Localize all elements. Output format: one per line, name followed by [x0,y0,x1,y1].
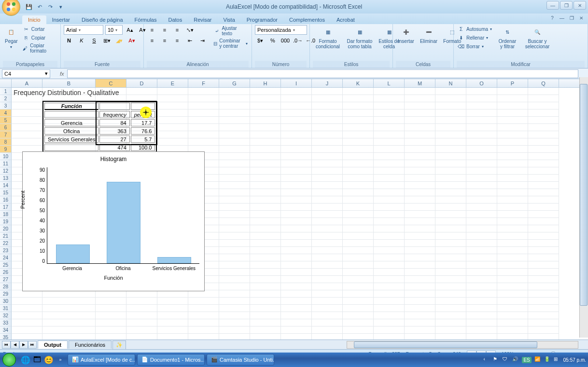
cell[interactable] [528,109,559,117]
cell[interactable] [343,290,374,298]
cell[interactable] [250,204,281,211]
cell[interactable] [343,283,374,290]
cell[interactable] [466,189,497,196]
cell[interactable] [497,305,528,312]
underline-button[interactable]: S [89,36,99,45]
cell[interactable] [435,225,466,232]
cell[interactable] [435,319,466,326]
cell[interactable] [405,247,435,254]
cell[interactable] [466,88,497,95]
row-header[interactable]: 10 [0,153,12,160]
cell[interactable] [497,95,528,102]
cell[interactable] [250,102,281,109]
start-button[interactable] [0,353,18,367]
cell[interactable] [435,102,466,109]
cell[interactable] [281,232,312,240]
cell[interactable] [374,182,405,189]
cell[interactable] [497,175,528,182]
cell[interactable] [219,232,250,240]
cell[interactable] [157,138,188,146]
cell[interactable] [497,117,528,124]
cell[interactable] [466,204,497,211]
row-header[interactable]: 12 [0,167,12,175]
cell[interactable] [250,283,281,290]
cell[interactable] [374,204,405,211]
tray-icon[interactable]: 📶 [534,356,541,363]
cell[interactable] [281,269,312,276]
cell[interactable] [435,153,466,160]
cell[interactable] [435,254,466,261]
cell[interactable] [528,290,559,298]
cell[interactable] [497,312,528,319]
cell[interactable] [528,305,559,312]
cell[interactable] [435,160,466,167]
cell[interactable] [435,167,466,175]
cell[interactable] [312,305,343,312]
scrollbar-thumb[interactable] [354,341,537,348]
cell[interactable] [374,218,405,225]
cell[interactable] [435,276,466,283]
quicklaunch-player-icon[interactable]: 😊 [43,354,54,366]
cell[interactable] [188,95,219,102]
cell[interactable] [528,254,559,261]
cell[interactable] [435,146,466,153]
cell[interactable] [281,334,312,340]
cell[interactable] [405,109,435,117]
cell[interactable] [281,146,312,153]
cell[interactable] [497,254,528,261]
cell[interactable] [343,254,374,261]
cell[interactable] [219,182,250,189]
cell[interactable] [528,102,559,109]
new-sheet-button[interactable]: ✨ [112,340,126,349]
tab-complementos[interactable]: Complementos [283,15,331,24]
cell[interactable] [281,204,312,211]
indent-decrease-button[interactable]: ⇤ [184,36,195,45]
cell[interactable] [435,211,466,218]
cell[interactable] [219,290,250,298]
cell[interactable] [157,95,188,102]
cell[interactable] [528,269,559,276]
cell[interactable] [96,305,126,312]
cell[interactable] [466,326,497,334]
cell[interactable] [374,225,405,232]
cell[interactable] [466,146,497,153]
cell[interactable] [12,312,42,319]
histogram-chart[interactable]: Histogram Percent 0102030405060708090 Ge… [22,151,205,291]
cell[interactable] [312,204,343,211]
cell[interactable] [42,312,96,319]
tray-icon[interactable]: ⚑ [493,356,500,363]
cell[interactable] [435,305,466,312]
cell[interactable] [219,283,250,290]
cell[interactable] [281,247,312,254]
cell[interactable] [374,283,405,290]
tray-icon[interactable]: 🔋 [544,356,551,363]
cell[interactable] [374,254,405,261]
sort-filter-button[interactable]: ⇅Ordenar y filtrar [495,25,520,50]
copy-button[interactable]: ⎘Copiar [22,34,57,41]
cell[interactable] [157,319,188,326]
taskbar-item[interactable]: 📄Documento1 - Micros... [137,354,205,366]
merge-center-button[interactable]: ⊟Combinar y centrar▾ [212,38,249,49]
format-painter-button[interactable]: 🖌Copiar formato [22,42,57,54]
cell[interactable] [497,160,528,167]
cell[interactable] [312,102,343,109]
cell[interactable] [374,319,405,326]
increase-decimal-button[interactable]: .0→ [293,36,303,45]
cell[interactable] [312,160,343,167]
cell[interactable] [405,102,435,109]
col-header[interactable]: O [466,79,497,87]
cell[interactable] [343,131,374,138]
cell[interactable] [497,240,528,247]
row-header[interactable]: 19 [0,218,12,225]
clear-button[interactable]: ⌫Borrar▾ [457,42,493,50]
cell[interactable] [281,95,312,102]
cell[interactable] [219,204,250,211]
quicklaunch-ie-icon[interactable]: 🌐 [20,354,31,366]
cell[interactable] [528,95,559,102]
row-header[interactable]: 9 [0,146,12,153]
cell[interactable] [405,283,435,290]
cell[interactable] [12,319,42,326]
cell[interactable] [219,254,250,261]
cell[interactable] [528,138,559,146]
cell[interactable] [405,153,435,160]
